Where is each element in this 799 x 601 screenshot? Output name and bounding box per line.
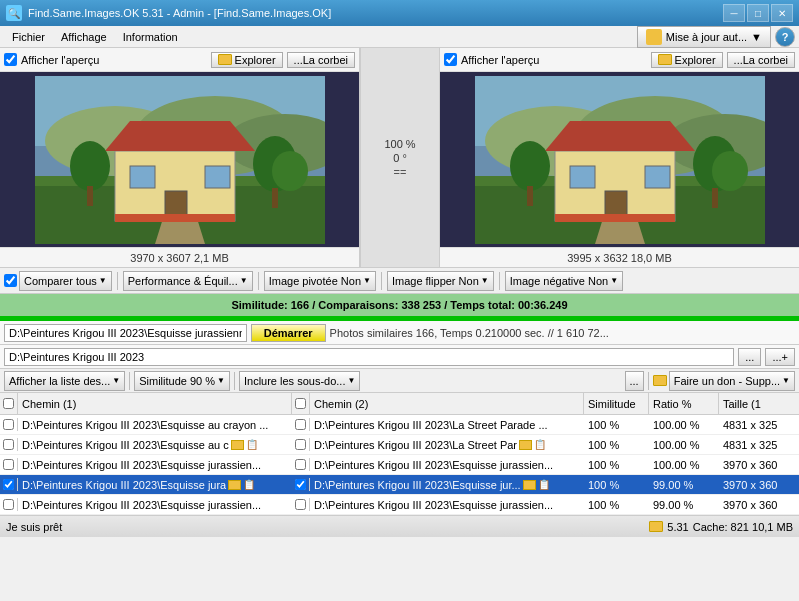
th-size1[interactable]: Taille (1	[719, 393, 799, 414]
toolbar-area: Mise à jour aut... ▼ ?	[637, 26, 795, 48]
menu-information[interactable]: Information	[115, 26, 186, 48]
svg-rect-19	[272, 188, 278, 208]
dropdown-arrow-inc-icon: ▼	[347, 376, 355, 385]
status-left: Je suis prêt	[6, 521, 641, 533]
svg-point-16	[272, 151, 308, 191]
th-path2[interactable]: Chemin (2)	[310, 393, 584, 414]
th-sim[interactable]: Similitude	[584, 393, 649, 414]
row-check2-1[interactable]	[292, 438, 310, 451]
table-container: Chemin (1) Chemin (2) Similitude Ratio %…	[0, 393, 799, 515]
help-btn[interactable]: ?	[775, 27, 795, 47]
folder-icon-right	[658, 54, 672, 65]
row-sim-2: 100 %	[584, 458, 649, 472]
include-dropdown[interactable]: Inclure les sous-do... ▼	[239, 371, 360, 391]
preview-controls-right: Afficher l'aperçu Explorer ...La corbei	[440, 48, 799, 72]
house-painting-left	[35, 76, 325, 244]
corbeil-btn-right[interactable]: ...La corbei	[727, 52, 795, 68]
sep4	[499, 272, 500, 290]
more-btn[interactable]: ...	[738, 348, 761, 366]
menu-fichier[interactable]: Fichier	[4, 26, 53, 48]
th-check2[interactable]	[292, 393, 310, 414]
sep3	[381, 272, 382, 290]
row-ratio-1: 100.00 %	[649, 438, 719, 452]
table-row[interactable]: D:\Peintures Krigou III 2023\Esquisse ju…	[0, 475, 799, 495]
sep1	[117, 272, 118, 290]
row-sim-1: 100 %	[584, 438, 649, 452]
row-check2-2[interactable]	[292, 458, 310, 471]
donate-dropdown[interactable]: Faire un don - Supp... ▼	[669, 371, 795, 391]
svg-rect-39	[712, 188, 718, 208]
update-btn[interactable]: Mise à jour aut... ▼	[637, 26, 771, 48]
preview-area: Afficher l'aperçu Explorer ...La corbei	[0, 48, 799, 268]
table-row[interactable]: D:\Peintures Krigou III 2023\Esquisse ju…	[0, 455, 799, 475]
header-check2[interactable]	[295, 398, 306, 409]
svg-point-34	[510, 141, 550, 191]
show-preview-check-right[interactable]	[444, 53, 457, 66]
row-check2-0[interactable]	[292, 418, 310, 431]
row-sim-0: 100 %	[584, 418, 649, 432]
list-dropdown[interactable]: Afficher la liste des... ▼	[4, 371, 125, 391]
path-input[interactable]	[4, 324, 247, 342]
table-header: Chemin (1) Chemin (2) Similitude Ratio %…	[0, 393, 799, 415]
compare-all-check[interactable]	[4, 274, 17, 287]
th-ratio[interactable]: Ratio %	[649, 393, 719, 414]
preview-panel-left: Afficher l'aperçu Explorer ...La corbei	[0, 48, 360, 267]
explorer-btn-left[interactable]: Explorer	[211, 52, 283, 68]
dots-btn[interactable]: ...	[625, 371, 644, 391]
preview-controls-left: Afficher l'aperçu Explorer ...La corbei	[0, 48, 359, 72]
svg-marker-30	[545, 121, 695, 151]
dropdown-arrow-icon2: ▼	[240, 276, 248, 285]
folder-icon-row2	[523, 480, 536, 490]
dropdown-arrow-icon3: ▼	[363, 276, 371, 285]
preview-image-left	[0, 72, 359, 247]
menu-affichage[interactable]: Affichage	[53, 26, 115, 48]
folder-icon-options	[653, 375, 667, 386]
compare-all-dropdown[interactable]: Comparer tous ▼	[19, 271, 112, 291]
app-icon: 🔍	[6, 5, 22, 21]
th-check1[interactable]	[0, 393, 18, 414]
row-ratio-3: 99.00 %	[649, 478, 719, 492]
row-check1-0[interactable]	[0, 418, 18, 431]
row-size-0: 4831 x 325	[719, 418, 799, 432]
show-preview-check-left[interactable]	[4, 53, 17, 66]
table-row[interactable]: D:\Peintures Krigou III 2023\Esquisse ju…	[0, 495, 799, 515]
corbeil-btn-left[interactable]: ...La corbei	[287, 52, 355, 68]
add-btn[interactable]: ...+	[765, 348, 795, 366]
row-path1-2: D:\Peintures Krigou III 2023\Esquisse ju…	[18, 458, 292, 472]
folder-path-input[interactable]	[4, 348, 734, 366]
row-path1-1: D:\Peintures Krigou III 2023\Esquisse au…	[18, 438, 292, 452]
row-check1-4[interactable]	[0, 498, 18, 511]
svg-marker-10	[105, 121, 255, 151]
start-btn[interactable]: Démarrer	[251, 324, 326, 342]
sep2	[258, 272, 259, 290]
header-check1[interactable]	[3, 398, 14, 409]
svg-rect-37	[555, 214, 675, 222]
minimize-btn[interactable]: ─	[723, 4, 745, 22]
row-size-1: 4831 x 325	[719, 438, 799, 452]
row-sim-4: 100 %	[584, 498, 649, 512]
performance-dropdown[interactable]: Performance & Équil... ▼	[123, 271, 253, 291]
flipper-dropdown[interactable]: Image flipper Non ▼	[387, 271, 494, 291]
cache-text: Cache: 821 10,1 MB	[693, 521, 793, 533]
pivot-dropdown[interactable]: Image pivotée Non ▼	[264, 271, 376, 291]
row-check2-4[interactable]	[292, 498, 310, 511]
svg-rect-32	[645, 166, 670, 188]
table-row[interactable]: D:\Peintures Krigou III 2023\Esquisse au…	[0, 435, 799, 455]
row-check1-1[interactable]	[0, 438, 18, 451]
show-preview-label-right: Afficher l'aperçu	[461, 54, 539, 66]
table-body: D:\Peintures Krigou III 2023\Esquisse au…	[0, 415, 799, 515]
row-ratio-0: 100.00 %	[649, 418, 719, 432]
row-check1-2[interactable]	[0, 458, 18, 471]
th-path1[interactable]: Chemin (1)	[18, 393, 292, 414]
row-check2-3[interactable]	[292, 478, 310, 491]
folder-icon-row2	[519, 440, 532, 450]
close-btn[interactable]: ✕	[771, 4, 793, 22]
similarity-dropdown[interactable]: Similitude 90 % ▼	[134, 371, 230, 391]
dropdown-arrow-list-icon: ▼	[112, 376, 120, 385]
explorer-btn-right[interactable]: Explorer	[651, 52, 723, 68]
row-size-2: 3970 x 360	[719, 458, 799, 472]
table-row[interactable]: D:\Peintures Krigou III 2023\Esquisse au…	[0, 415, 799, 435]
maximize-btn[interactable]: □	[747, 4, 769, 22]
negative-dropdown[interactable]: Image négative Non ▼	[505, 271, 623, 291]
row-check1-3[interactable]	[0, 478, 18, 491]
